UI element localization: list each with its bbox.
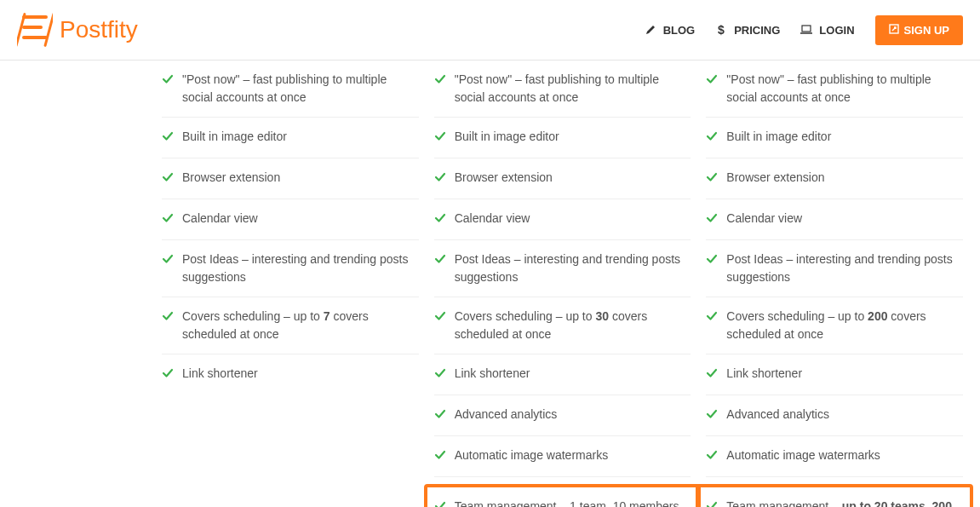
signup-button[interactable]: SIGN UP xyxy=(875,15,963,45)
feature-text: Team management – 1 team, 10 members xyxy=(455,498,679,507)
laptop-icon xyxy=(800,24,812,36)
feature-item: Built in image editor xyxy=(706,118,963,158)
feature-text: Post Ideas – interesting and trending po… xyxy=(455,251,691,286)
check-icon xyxy=(162,130,174,147)
check-icon xyxy=(706,72,718,90)
logo-text: Postfity xyxy=(60,16,138,43)
check-icon xyxy=(706,366,718,384)
check-icon xyxy=(706,211,718,229)
feature-text: "Post now" – fast publishing to multiple… xyxy=(455,71,691,107)
svg-rect-1 xyxy=(802,26,811,32)
feature-item: Team management – 1 team, 10 members xyxy=(434,487,691,507)
check-icon xyxy=(162,309,174,327)
feature-item: Post Ideas – interesting and trending po… xyxy=(706,240,963,297)
feature-text: Automatic image watermarks xyxy=(726,447,880,464)
check-icon xyxy=(162,211,174,229)
dollar-icon: $ xyxy=(715,24,727,36)
feature-text: Link shortener xyxy=(182,365,258,383)
pricing-column: "Post now" – fast publishing to multiple… xyxy=(706,60,963,507)
nav-blog-label: BLOG xyxy=(663,24,696,37)
feature-item: Calendar view xyxy=(162,199,419,240)
feature-text: Team management – up to 20 teams, 200 me… xyxy=(726,498,963,507)
feature-item: Calendar view xyxy=(706,199,963,240)
logo[interactable]: Postfity xyxy=(17,12,138,48)
feature-text: Covers scheduling – up to 200 covers sch… xyxy=(726,308,963,343)
feature-item: Browser extension xyxy=(434,158,691,199)
check-icon xyxy=(706,499,718,507)
signup-label: SIGN UP xyxy=(904,24,949,37)
pricing-column: "Post now" – fast publishing to multiple… xyxy=(434,60,691,507)
check-icon xyxy=(706,130,718,147)
feature-item: Covers scheduling – up to 30 covers sche… xyxy=(434,297,691,354)
feature-text: Built in image editor xyxy=(182,128,287,146)
feature-text: Covers scheduling – up to 30 covers sche… xyxy=(455,308,691,343)
logo-icon xyxy=(17,12,53,48)
external-icon xyxy=(889,24,899,37)
feature-text: Automatic image watermarks xyxy=(455,447,609,464)
svg-text:$: $ xyxy=(718,24,725,36)
pencil-icon xyxy=(645,24,656,36)
check-icon xyxy=(162,252,174,270)
feature-text: Covers scheduling – up to 7 covers sched… xyxy=(182,308,419,343)
feature-item: Link shortener xyxy=(434,354,691,395)
feature-item: Built in image editor xyxy=(162,118,419,158)
feature-item: Advanced analytics xyxy=(434,395,691,436)
check-icon xyxy=(434,499,446,507)
feature-text: Calendar view xyxy=(726,210,802,228)
feature-item: "Post now" – fast publishing to multiple… xyxy=(434,60,691,118)
pricing-column: "Post now" – fast publishing to multiple… xyxy=(162,60,419,507)
feature-item: Covers scheduling – up to 200 covers sch… xyxy=(706,297,963,354)
check-icon xyxy=(434,366,446,384)
nav-blog[interactable]: BLOG xyxy=(645,24,696,37)
feature-text: Post Ideas – interesting and trending po… xyxy=(182,251,419,286)
check-icon xyxy=(706,170,718,188)
feature-text: Browser extension xyxy=(182,169,280,187)
feature-item: Post Ideas – interesting and trending po… xyxy=(434,240,691,297)
feature-item: Browser extension xyxy=(162,158,419,199)
check-icon xyxy=(162,72,174,90)
feature-text: Built in image editor xyxy=(726,128,831,146)
feature-text: Link shortener xyxy=(455,365,530,383)
check-icon xyxy=(706,407,718,425)
feature-item: Post Ideas – interesting and trending po… xyxy=(162,240,419,297)
feature-text: "Post now" – fast publishing to multiple… xyxy=(726,71,963,107)
feature-text: Built in image editor xyxy=(455,128,559,146)
feature-item: Browser extension xyxy=(706,158,963,199)
nav: BLOG $ PRICING LOGIN SIGN UP xyxy=(645,15,963,45)
check-icon xyxy=(434,407,446,425)
feature-item: "Post now" – fast publishing to multiple… xyxy=(162,60,419,118)
pricing-columns: "Post now" – fast publishing to multiple… xyxy=(0,60,980,507)
nav-login[interactable]: LOGIN xyxy=(800,24,854,37)
feature-text: Advanced analytics xyxy=(455,406,558,423)
feature-item: Automatic image watermarks xyxy=(706,436,963,477)
feature-item: Calendar view xyxy=(434,199,691,240)
feature-item: Link shortener xyxy=(162,354,419,395)
feature-text: Browser extension xyxy=(455,169,553,187)
check-icon xyxy=(434,448,446,466)
feature-text: Post Ideas – interesting and trending po… xyxy=(726,251,963,286)
highlight-box: Team management – 1 team, 10 members xyxy=(424,484,702,507)
feature-text: Calendar view xyxy=(182,210,258,228)
feature-text: "Post now" – fast publishing to multiple… xyxy=(182,71,419,107)
feature-text: Link shortener xyxy=(726,365,802,383)
check-icon xyxy=(162,170,174,188)
feature-item: Built in image editor xyxy=(434,118,691,158)
check-icon xyxy=(162,366,174,384)
nav-pricing[interactable]: $ PRICING xyxy=(715,24,780,37)
feature-item: Team management – up to 20 teams, 200 me… xyxy=(706,487,963,507)
check-icon xyxy=(434,170,446,188)
feature-text: Advanced analytics xyxy=(726,406,829,423)
check-icon xyxy=(706,252,718,270)
feature-item: Covers scheduling – up to 7 covers sched… xyxy=(162,297,419,354)
feature-item: Link shortener xyxy=(706,354,963,395)
feature-item: Advanced analytics xyxy=(706,395,963,436)
check-icon xyxy=(706,448,718,466)
header: Postfity BLOG $ PRICING LOGIN SIGN UP xyxy=(0,0,980,60)
check-icon xyxy=(434,211,446,229)
check-icon xyxy=(434,252,446,270)
check-icon xyxy=(434,130,446,147)
feature-text: Calendar view xyxy=(455,210,530,228)
feature-item: "Post now" – fast publishing to multiple… xyxy=(706,60,963,118)
feature-text: Browser extension xyxy=(726,169,824,187)
check-icon xyxy=(434,72,446,90)
